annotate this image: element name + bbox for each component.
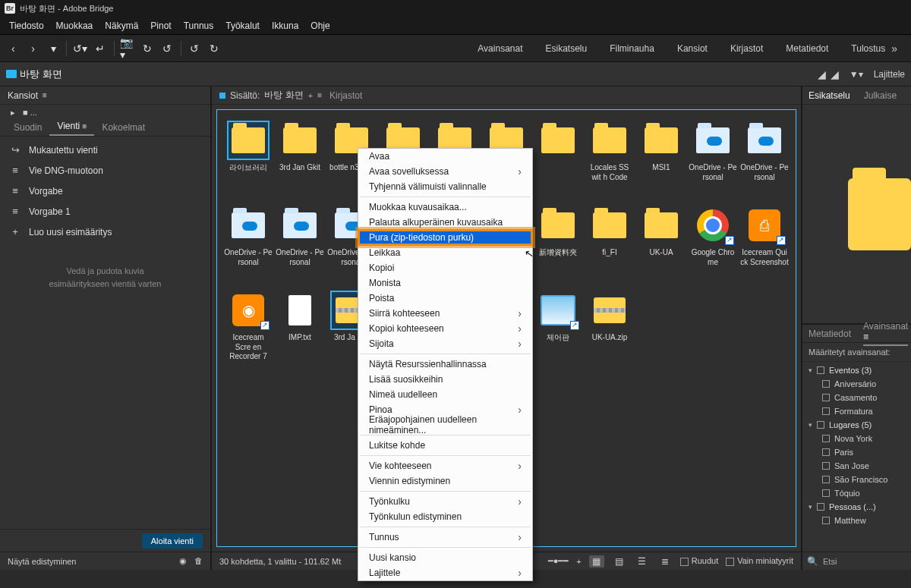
keyword-search[interactable]: 🔍 Etsi xyxy=(802,552,911,570)
context-item[interactable]: Tunnus xyxy=(358,530,532,545)
context-item[interactable]: Monista xyxy=(358,275,532,291)
context-item[interactable]: Avaa xyxy=(358,149,532,164)
context-item[interactable]: Nimeä uudelleen xyxy=(358,387,532,402)
context-item[interactable]: Muokkaa kuvausaikaa... xyxy=(358,200,532,215)
breadcrumb[interactable]: 바탕 화면 xyxy=(6,68,62,81)
keyword-group[interactable]: ▾Eventos (3) xyxy=(802,363,911,377)
context-item[interactable]: Palauta alkuperäinen kuvausaika xyxy=(358,215,532,230)
keyword-item[interactable]: Casamento xyxy=(802,391,911,404)
progress-icon[interactable]: ◉ xyxy=(179,556,187,566)
export-preset[interactable]: ≡Vorgabe 1 xyxy=(0,201,210,222)
nav-back-button[interactable]: ‹ xyxy=(6,40,20,57)
tab-export[interactable]: Vienti ≡ xyxy=(49,118,94,136)
tree-node[interactable]: ▸■ ... xyxy=(0,105,210,118)
workspace-esikatselu[interactable]: Esikatselu xyxy=(545,40,587,57)
export-drop-area[interactable]: Vedä ja pudota kuvia esimääritykseen vie… xyxy=(0,245,210,529)
tab-libraries[interactable]: Kirjastot xyxy=(329,90,362,101)
start-export-button[interactable]: Aloita vienti xyxy=(142,533,203,549)
keyword-item[interactable]: Formatura xyxy=(802,404,911,418)
tab-collections[interactable]: Kokoelmat xyxy=(94,119,153,136)
thumbnail[interactable]: fi_FI xyxy=(585,206,635,289)
keyword-group[interactable]: ▾Pessoas (...) xyxy=(802,500,911,514)
import-camera-button[interactable]: 📷▾ xyxy=(120,40,134,57)
tab-preview[interactable]: Esikatselu xyxy=(809,90,850,101)
context-item[interactable]: Näytä Resurssienhallinnassa xyxy=(358,357,532,372)
tab-publish[interactable]: Julkaise xyxy=(864,90,897,101)
context-item[interactable]: Tyhjennä välimuisti valinnalle xyxy=(358,179,532,194)
export-preset[interactable]: ↪Mukautettu vienti xyxy=(0,140,210,160)
folders-panel-header[interactable]: Kansiot ≡ xyxy=(0,86,210,105)
thumbnail[interactable]: 제어판 xyxy=(533,291,583,374)
menu-näkymä[interactable]: Näkymä xyxy=(99,18,144,33)
thumb-small-icon[interactable]: ◢ xyxy=(818,68,826,80)
tab-filter[interactable]: Suodin xyxy=(6,119,49,136)
thumbnail[interactable]: ⎙Icecream Qui ck Screenshot xyxy=(739,206,790,289)
menu-työkalut[interactable]: Työkalut xyxy=(219,18,266,33)
thumbnail[interactable]: UK-UA xyxy=(636,206,686,289)
thumbnail[interactable]: Locales SS wit h Code xyxy=(585,121,635,204)
thumbnail[interactable]: OneDrive - Pe rsonal xyxy=(223,206,273,289)
recent-button[interactable]: ↺▾ xyxy=(73,40,87,57)
view-details-button[interactable]: ☰ xyxy=(635,555,650,568)
thumbnail[interactable]: IMP.txt xyxy=(275,291,325,374)
view-list-button[interactable]: ≣ xyxy=(657,555,673,568)
sort-button[interactable]: Lajittele xyxy=(874,69,905,80)
context-item[interactable]: Uusi kansio xyxy=(358,550,532,565)
menu-ohje[interactable]: Ohje xyxy=(304,18,336,33)
context-item[interactable]: Kopioi xyxy=(358,260,532,275)
thumbnail[interactable]: OneDrive - Pe rsonal xyxy=(688,121,738,204)
keyword-item[interactable]: Nova York xyxy=(802,432,911,445)
context-item[interactable]: Leikkaa xyxy=(358,245,532,260)
workspace-avainsanat[interactable]: Avainsanat xyxy=(478,40,522,57)
context-item[interactable]: Viennin edistyminen xyxy=(358,473,532,489)
workspace-metatiedot[interactable]: Metatiedot xyxy=(786,40,828,57)
context-item[interactable]: Työnkulun edistyminen xyxy=(358,509,532,524)
workspace-kirjastot[interactable]: Kirjastot xyxy=(730,40,763,57)
menu-pinot[interactable]: Pinot xyxy=(144,18,177,33)
filter-funnel-button[interactable]: ▼▾ xyxy=(850,69,863,80)
thumbnail[interactable]: Google Chro me xyxy=(688,206,738,289)
refresh-button[interactable]: ↺ xyxy=(160,40,174,57)
thumbnail[interactable]: 라이브러리 xyxy=(223,121,273,204)
context-item[interactable]: Eräajopohjainen uudelleen nimeäminen... xyxy=(358,417,532,432)
keyword-item[interactable]: Aniversário xyxy=(802,377,911,391)
thumbnail[interactable]: OneDrive - Pe rsonal xyxy=(739,121,790,204)
panel-menu-icon[interactable]: ≡ xyxy=(43,91,47,99)
workspace-filminauha[interactable]: Filminauha xyxy=(610,40,654,57)
export-preset[interactable]: ≡Vie DNG-muotoon xyxy=(0,160,210,181)
thumb-large-icon[interactable]: ◢ xyxy=(831,68,839,80)
trash-icon[interactable]: 🗑 xyxy=(194,556,203,566)
keyword-item[interactable]: Tóquio xyxy=(802,486,911,500)
menu-ikkuna[interactable]: Ikkuna xyxy=(266,18,304,33)
context-item[interactable]: Lukitse kohde xyxy=(358,438,532,453)
thumbnail[interactable]: 新增資料夾 xyxy=(533,206,583,289)
nav-dropdown[interactable]: ▾ xyxy=(46,40,60,57)
thumbnail[interactable]: OneDrive - Pe rsonal xyxy=(275,206,325,289)
workspace-kansiot[interactable]: Kansiot xyxy=(677,40,708,57)
context-item[interactable]: Kopioi kohteeseen xyxy=(358,321,532,336)
context-item[interactable]: Pura (zip-tiedoston purku) xyxy=(358,230,532,245)
context-item[interactable]: Poista xyxy=(358,291,532,306)
workspace-more-button[interactable]: » xyxy=(891,42,897,55)
context-item[interactable]: Sijoita xyxy=(358,336,532,351)
output-button[interactable]: ↻ xyxy=(140,40,154,57)
rotate-cw-button[interactable]: ↻ xyxy=(207,40,221,57)
keyword-item[interactable]: Matthew xyxy=(802,514,911,527)
workspace-tulostus[interactable]: Tulostus xyxy=(851,40,885,57)
keyword-item[interactable]: Paris xyxy=(802,445,911,459)
context-item[interactable]: Lajittele xyxy=(358,565,532,580)
thumbnail[interactable]: ◉Icecream Scre en Recorder 7 xyxy=(223,291,273,374)
keyword-item[interactable]: San Jose xyxy=(802,459,911,473)
menu-tiedosto[interactable]: Tiedosto xyxy=(3,18,50,33)
thumbnail[interactable]: 3rd Jan Gkit xyxy=(275,121,325,204)
tab-content[interactable]: Sisältö: 바탕 화면 + ≡ xyxy=(219,89,322,102)
menu-muokkaa[interactable]: Muokkaa xyxy=(50,18,99,33)
rotate-ccw-button[interactable]: ↺ xyxy=(187,40,200,57)
context-item[interactable]: Avaa sovelluksessa xyxy=(358,164,532,179)
context-item[interactable]: Lisää suosikkeihin xyxy=(358,372,532,387)
nav-forward-button[interactable]: › xyxy=(26,40,39,57)
thumbnail[interactable]: MSI1 xyxy=(636,121,686,204)
thumbnail[interactable]: UK-UA.zip xyxy=(585,291,635,374)
add-button[interactable]: + xyxy=(576,557,581,566)
view-grid-button[interactable]: ▦ xyxy=(589,555,604,568)
